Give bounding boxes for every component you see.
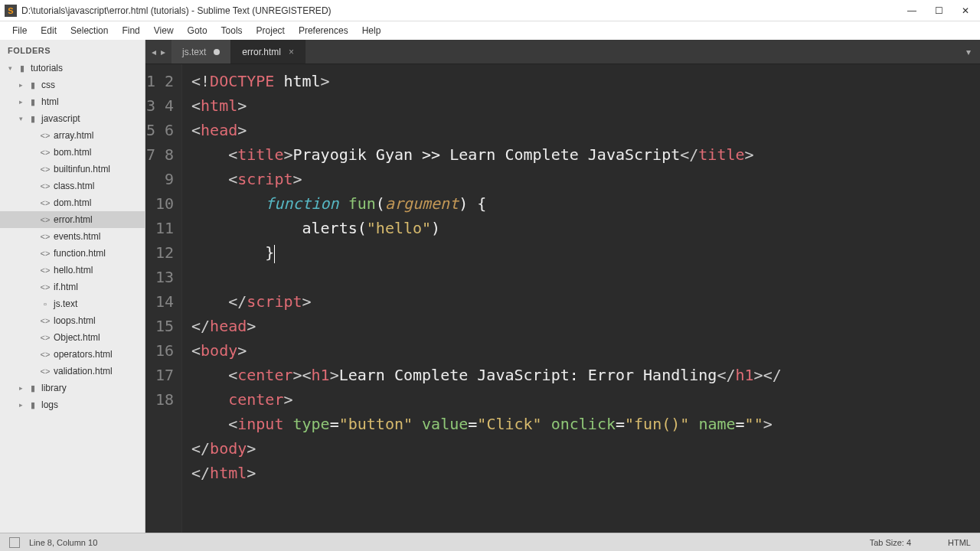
- chevron-right-icon[interactable]: ▸: [17, 384, 24, 392]
- menu-help[interactable]: Help: [356, 24, 387, 37]
- menu-project[interactable]: Project: [250, 24, 291, 37]
- menubar: FileEditSelectionFindViewGotoToolsProjec…: [0, 21, 980, 40]
- tab-error-html[interactable]: error.html×: [231, 40, 305, 64]
- tree-label: function.html: [54, 248, 106, 259]
- text-file-icon: ▫: [40, 299, 51, 308]
- menu-selection[interactable]: Selection: [64, 24, 114, 37]
- tabbar: ◂ ▸ js.texterror.html× ▾: [145, 40, 980, 64]
- chevron-right-icon[interactable]: ▸: [17, 81, 24, 89]
- file-validation.html[interactable]: <>validation.html: [0, 363, 145, 380]
- window-controls: — ☐ ✕: [907, 5, 975, 16]
- tree-label: class.html: [54, 181, 94, 191]
- chevron-right-icon[interactable]: ▸: [17, 401, 24, 409]
- folder-tutorials[interactable]: ▾▮tutorials: [0, 60, 145, 77]
- sidebar: FOLDERS ▾▮tutorials▸▮css▸▮html▾▮javascri…: [0, 40, 145, 533]
- code-editor[interactable]: <!DOCTYPE html> <html> <head> <title>Pra…: [182, 64, 980, 533]
- folder-icon: ▮: [28, 97, 38, 107]
- code-file-icon: <>: [40, 165, 51, 174]
- maximize-button[interactable]: ☐: [935, 5, 943, 16]
- file-function.html[interactable]: <>function.html: [0, 245, 145, 262]
- close-button[interactable]: ✕: [962, 5, 969, 16]
- tree-label: builtinfun.html: [54, 164, 110, 174]
- tree-label: html: [41, 96, 59, 107]
- tab-label: js.text: [182, 47, 206, 57]
- code-file-icon: <>: [40, 266, 51, 275]
- gutter: 1 2 3 4 5 6 7 8 9 10 11 12 13 14 15 16 1…: [145, 64, 182, 533]
- code-file-icon: <>: [40, 282, 51, 292]
- file-error.html[interactable]: <>error.html: [0, 211, 145, 228]
- tree-label: bom.html: [54, 147, 91, 158]
- file-loops.html[interactable]: <>loops.html: [0, 312, 145, 329]
- menu-goto[interactable]: Goto: [181, 24, 214, 37]
- window-title: D:\tutorials\javascript\error.html (tuto…: [21, 5, 332, 16]
- file-Object.html[interactable]: <>Object.html: [0, 329, 145, 346]
- tree-label: hello.html: [54, 265, 93, 276]
- menu-file[interactable]: File: [6, 24, 33, 37]
- tree-label: js.text: [54, 298, 77, 309]
- code-file-icon: <>: [40, 215, 51, 224]
- tree-label: css: [41, 80, 55, 90]
- code-file-icon: <>: [40, 181, 51, 191]
- menu-tools[interactable]: Tools: [215, 24, 249, 37]
- file-dom.html[interactable]: <>dom.html: [0, 194, 145, 211]
- menu-edit[interactable]: Edit: [34, 24, 63, 37]
- tab-nav: ◂ ▸: [145, 40, 172, 64]
- tree-label: validation.html: [54, 366, 113, 377]
- file-operators.html[interactable]: <>operators.html: [0, 346, 145, 363]
- folder-icon: ▮: [28, 80, 38, 90]
- menu-view[interactable]: View: [148, 24, 180, 37]
- status-position[interactable]: Line 8, Column 10: [29, 538, 97, 547]
- nav-back-icon[interactable]: ◂: [152, 47, 156, 57]
- sidebar-header: FOLDERS: [0, 40, 145, 60]
- minimize-button[interactable]: —: [907, 5, 916, 16]
- app-icon: S: [5, 5, 17, 17]
- tab-overflow-icon[interactable]: ▾: [957, 40, 980, 64]
- tree-label: tutorials: [31, 63, 63, 73]
- titlebar: S D:\tutorials\javascript\error.html (tu…: [0, 0, 980, 21]
- chevron-down-icon[interactable]: ▾: [17, 115, 24, 122]
- folder-library[interactable]: ▸▮library: [0, 380, 145, 396]
- file-builtinfun.html[interactable]: <>builtinfun.html: [0, 161, 145, 178]
- code-file-icon: <>: [40, 131, 51, 140]
- tree-label: if.html: [54, 282, 78, 292]
- code-file-icon: <>: [40, 249, 51, 258]
- menu-preferences[interactable]: Preferences: [292, 24, 354, 37]
- folder-icon: ▮: [28, 114, 38, 124]
- folder-css[interactable]: ▸▮css: [0, 77, 145, 93]
- file-array.html[interactable]: <>array.html: [0, 127, 145, 144]
- status-panel-icon[interactable]: [9, 537, 20, 548]
- folder-logs[interactable]: ▸▮logs: [0, 396, 145, 413]
- tree-label: dom.html: [54, 197, 91, 208]
- file-hello.html[interactable]: <>hello.html: [0, 262, 145, 279]
- code-file-icon: <>: [40, 198, 51, 207]
- chevron-down-icon[interactable]: ▾: [6, 64, 14, 72]
- tab-js-text[interactable]: js.text: [172, 40, 231, 64]
- tree-label: library: [41, 383, 67, 393]
- file-class.html[interactable]: <>class.html: [0, 178, 145, 194]
- status-tabsize[interactable]: Tab Size: 4: [870, 538, 911, 547]
- file-bom.html[interactable]: <>bom.html: [0, 144, 145, 161]
- tree-label: array.html: [54, 130, 93, 141]
- code-file-icon: <>: [40, 148, 51, 157]
- file-if.html[interactable]: <>if.html: [0, 279, 145, 295]
- tree-label: error.html: [54, 214, 93, 225]
- dirty-indicator-icon: [214, 49, 220, 55]
- code-file-icon: <>: [40, 367, 51, 376]
- tree-label: javascript: [41, 113, 80, 124]
- folder-javascript[interactable]: ▾▮javascript: [0, 110, 145, 127]
- file-js.text[interactable]: ▫js.text: [0, 295, 145, 312]
- file-tree[interactable]: ▾▮tutorials▸▮css▸▮html▾▮javascript<>arra…: [0, 60, 145, 533]
- tree-label: Object.html: [54, 332, 100, 343]
- tab-label: error.html: [242, 47, 281, 57]
- folder-html[interactable]: ▸▮html: [0, 93, 145, 110]
- tab-close-icon[interactable]: ×: [289, 47, 294, 57]
- nav-forward-icon[interactable]: ▸: [161, 47, 165, 57]
- editor-area: ◂ ▸ js.texterror.html× ▾ 1 2 3 4 5 6 7 8…: [145, 40, 980, 533]
- menu-find[interactable]: Find: [116, 24, 145, 37]
- tree-label: operators.html: [54, 349, 113, 360]
- chevron-right-icon[interactable]: ▸: [17, 98, 24, 106]
- file-events.html[interactable]: <>events.html: [0, 228, 145, 245]
- code-file-icon: <>: [40, 333, 51, 342]
- status-syntax[interactable]: HTML: [948, 538, 971, 547]
- statusbar: Line 8, Column 10 Tab Size: 4 HTML: [0, 533, 980, 551]
